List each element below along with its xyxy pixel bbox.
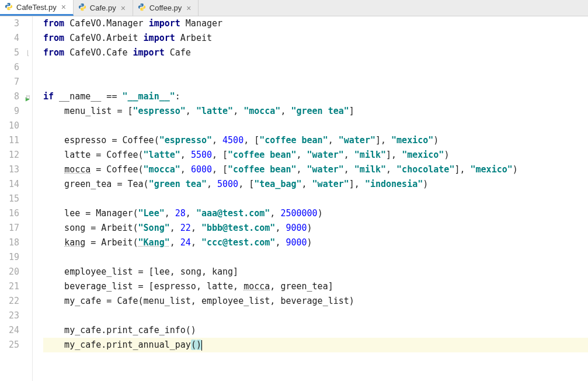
token [43, 237, 64, 248]
code-line[interactable]: song = Arbeit("Song", 22, "bbb@test.com"… [43, 221, 588, 235]
close-icon[interactable]: × [120, 4, 127, 12]
token: mocca [64, 164, 91, 175]
token: , [275, 223, 286, 233]
token: "water" [339, 135, 375, 146]
code-line[interactable]: my_cafe = Cafe(menu_list, employee_list,… [43, 294, 588, 309]
fold-start-icon[interactable]: ⊟ [25, 89, 32, 104]
code-line[interactable] [43, 192, 588, 206]
token: lee = Manager( [43, 208, 138, 219]
token: ], [349, 179, 365, 189]
token: __name__ == [59, 91, 122, 102]
code-line[interactable] [43, 309, 588, 323]
code-line[interactable]: espresso = Coffee("espresso", 4500, ["co… [43, 133, 588, 148]
close-icon[interactable]: × [60, 3, 67, 11]
line-number: 13 [0, 162, 32, 177]
code-line[interactable]: my_cafe.print_annual_pay() [43, 338, 588, 352]
code-line[interactable] [43, 75, 588, 89]
token: "mexico" [391, 135, 433, 146]
code-line[interactable]: latte = Coffee("latte", 5500, ["coffee b… [43, 148, 588, 162]
code-line[interactable]: ⌊from CafeVO.Cafe import Cafe [43, 46, 588, 60]
code-line[interactable]: green_tea = Tea("green tea", 5000, ["tea… [43, 177, 588, 192]
code-line[interactable] [43, 119, 588, 133]
code-line[interactable]: ⊟if __name__ == "__main__": [43, 89, 588, 104]
token: "coffee bean" [228, 164, 296, 175]
token [43, 164, 64, 175]
token: "latte" [196, 106, 233, 116]
line-number: 18 [0, 235, 32, 250]
token: "chocolate" [396, 164, 454, 175]
line-number: 20 [0, 265, 32, 279]
code-line[interactable]: lee = Manager("Lee", 28, "aaa@test.com",… [43, 206, 588, 221]
code-line[interactable]: my_cafe.print_cafe_info() [43, 323, 588, 338]
code-line[interactable]: menu_list = ["espresso", "latte", "mocca… [43, 104, 588, 119]
token: ], [386, 150, 402, 160]
token: , [328, 135, 339, 146]
token: : [175, 91, 180, 102]
text-caret [201, 340, 202, 351]
token: , [ [243, 135, 259, 146]
fold-end-icon[interactable]: ⌊ [25, 46, 32, 60]
tab-cafe-py[interactable]: Cafe.py× [74, 0, 133, 16]
token: Arbeit [180, 33, 212, 43]
line-number: 4 [0, 31, 32, 46]
line-number: 14 [0, 177, 32, 192]
token: 6000 [191, 164, 212, 175]
code-line[interactable]: kang = Arbeit("Kang", 24, "ccc@test.com"… [43, 235, 588, 250]
token: from [43, 47, 69, 58]
token: , [191, 237, 201, 248]
token: ], [454, 164, 470, 175]
tab-coffee-py[interactable]: Coffee.py× [133, 0, 199, 16]
token: mocca [243, 281, 270, 292]
code-line[interactable]: employee_list = [lee, song, kang] [43, 265, 588, 279]
token: "milk" [354, 164, 386, 175]
code-line[interactable]: mocca = Coffee("mocca", 6000, ["coffee b… [43, 162, 588, 177]
token: 5000 [217, 179, 238, 189]
token: 2500000 [280, 208, 317, 219]
editor-tab-bar: CafeTest.py×Cafe.py×Coffee.py× [0, 0, 588, 16]
token: "ccc@test.com" [201, 237, 275, 248]
code-area[interactable]: from CafeVO.Manager import Managerfrom C… [33, 16, 588, 381]
token: song = Arbeit( [43, 223, 138, 233]
line-number: 10 [0, 119, 32, 133]
token: "indonesia" [365, 179, 423, 189]
token: , [ [238, 179, 254, 189]
token: , [270, 208, 280, 219]
token: "mocca" [144, 164, 180, 175]
token: "tea_bag" [254, 179, 301, 189]
code-line[interactable]: beverage_list = [espresso, latte, mocca,… [43, 279, 588, 294]
token: 9000 [286, 223, 307, 233]
line-number: 19 [0, 250, 32, 265]
token: my_cafe.print_annual_pay [43, 340, 191, 350]
token: import [133, 47, 170, 58]
token: , [275, 237, 286, 248]
token: 9000 [286, 237, 307, 248]
close-icon[interactable]: × [185, 4, 192, 12]
python-file-icon [78, 3, 86, 13]
token: "mexico" [471, 164, 513, 175]
token: "mocca" [243, 106, 280, 116]
code-editor[interactable]: 345678▶910111213141516171819202122232425… [0, 16, 588, 381]
token: , [ [212, 150, 228, 160]
token: , [180, 150, 191, 160]
line-number: 15 [0, 192, 32, 206]
code-line[interactable] [43, 250, 588, 265]
token: , [191, 223, 201, 233]
code-line[interactable] [43, 60, 588, 75]
token: CafeVO.Cafe [69, 47, 133, 58]
token: "water" [312, 179, 349, 189]
token: import [144, 33, 180, 43]
token: "aaa@test.com" [196, 208, 270, 219]
code-line[interactable]: from CafeVO.Manager import Manager [43, 16, 588, 31]
tab-cafetest-py[interactable]: CafeTest.py× [0, 0, 74, 16]
token: my_cafe.print_cafe_info() [43, 325, 196, 335]
token: ] [349, 106, 354, 116]
token: latte = Coffee( [43, 150, 144, 160]
token: menu_list = [ [43, 106, 133, 116]
code-line[interactable]: from CafeVO.Arbeit import Arbeit [43, 31, 588, 46]
token: beverage_list = [espresso, latte, [43, 281, 243, 292]
token: = Arbeit( [85, 237, 138, 248]
token: green_tea = Tea( [43, 179, 149, 189]
token: , [302, 179, 312, 189]
token: , [207, 179, 217, 189]
token: CafeVO.Arbeit [69, 33, 143, 43]
